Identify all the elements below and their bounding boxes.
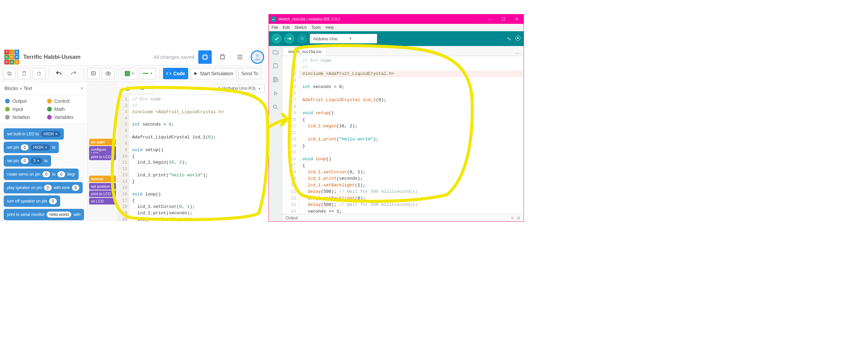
minimize-button[interactable]: ─ [483,14,497,24]
on-start-block[interactable]: on start [89,139,116,145]
category-variables[interactable]: Variables [47,114,83,120]
svg-point-23 [107,72,109,74]
forever-block[interactable]: forever [89,176,116,182]
block-item[interactable]: set built-in LED to HIGH ▼ [4,128,64,140]
search-icon[interactable] [272,104,279,111]
titlebar[interactable]: ∞ sketch_nov16a | Arduino IDE 2.0.1 ─ ☐ … [269,14,524,24]
tab-sketch[interactable]: sketch_nov16a.ino [283,47,327,56]
boards-manager-icon[interactable] [272,62,279,70]
board-selector[interactable]: Arduino Uno ▼ [310,34,377,43]
svg-line-39 [276,108,278,110]
activity-bar [269,46,282,221]
menu-sketch[interactable]: Sketch [294,25,307,30]
category-math[interactable]: Math [47,106,83,112]
category-control[interactable]: Control [47,98,83,104]
menu-help[interactable]: Help [326,25,334,30]
debug-button[interactable] [297,34,307,44]
svg-rect-31 [274,64,278,68]
upload-button[interactable] [284,34,294,44]
tab-overflow-button[interactable]: ⋯ [512,51,524,56]
print-lcd-block-2[interactable]: print to LCD [89,190,116,197]
arduino-editor[interactable]: 1234567891011121314151617181920212223242… [282,56,524,214]
wire-color-picker[interactable]: ▼ [140,68,156,79]
fill-color-picker[interactable]: ▼ [122,68,137,79]
tinkercad-editor[interactable]: 1234567891011121314151617181920212223242… [118,95,268,222]
svg-point-27 [301,38,304,40]
code-mode-select[interactable]: Blocks + Text ▼ [0,81,87,95]
output-label: Output [286,216,298,220]
delete-button[interactable] [33,68,45,79]
tinkercad-body: Blocks + Text ▼ OutputControlInputMathNo… [0,81,268,222]
set-position-block[interactable]: set position o [89,183,116,190]
tinkercad-toolbar: ▼ ▼ Code Start Simulation Send To [0,65,268,81]
code-button-label: Code [174,71,185,76]
user-avatar[interactable] [251,51,264,64]
toggle-visibility-button[interactable] [102,68,115,79]
print-lcd-block[interactable]: print to LCD [89,154,116,160]
block-item[interactable]: print to serial monitor hello world with [4,209,84,220]
serial-monitor-icon[interactable]: ⦿ [515,35,521,42]
project-title[interactable]: Terrific Habbi-Uusam [23,54,81,61]
close-button[interactable]: ✕ [510,14,524,24]
components-view-button[interactable] [198,51,212,64]
menu-tools[interactable]: Tools [311,25,321,30]
mode-label: Blocks + Text [4,86,32,91]
code-lines[interactable]: // C++ code//#include <Adafruit_LiquidCr… [300,56,524,214]
on-lcd-block[interactable]: on LCD [89,198,116,204]
send-to-button[interactable]: Send To [238,68,261,79]
debug-icon[interactable] [272,90,279,98]
schematic-view-button[interactable] [216,51,229,64]
start-simulation-button[interactable]: Start Simulation [190,68,236,79]
svg-rect-34 [273,77,275,81]
arduino-toolbar: Arduino Uno ▼ ∿ ⦿ [269,31,524,46]
list-view-button[interactable] [233,51,247,64]
font-size-button[interactable]: AA▼ [137,82,154,94]
library-manager-icon[interactable] [272,76,279,84]
menu-edit[interactable]: Edit [283,25,290,30]
output-panel-header[interactable]: Output ≡ ⊘ [282,214,524,221]
board-name: Arduino Uno [313,36,337,41]
svg-marker-24 [194,72,197,75]
copy-button[interactable] [3,68,16,79]
sketchbook-icon[interactable] [272,49,279,57]
svg-rect-0 [203,55,207,59]
serial-plotter-icon[interactable]: ∿ [506,35,512,42]
arduino-ide-window: ∞ sketch_nov16a | Arduino IDE 2.0.1 ─ ☐ … [269,14,524,222]
output-menu-icon[interactable]: ≡ [511,216,514,220]
code-lines[interactable]: // C++ code//#include <Adafruit_LiquidCr… [129,95,250,222]
block-item[interactable]: play speaker on pin 0 with tone 6 [4,182,83,193]
line-gutter: 1234567891011121314151617181920212223242… [118,95,129,222]
svg-rect-9 [221,55,224,59]
block-item[interactable]: turn off speaker on pin 0 [4,195,60,207]
blocks-panel: Blocks + Text ▼ OutputControlInputMathNo… [0,81,88,222]
paste-button[interactable] [18,68,31,79]
output-clear-icon[interactable]: ⊘ [517,216,520,220]
block-item[interactable]: rotate servo on pin 0 to 0 degr [4,169,79,180]
arduino-body: sketch_nov16a.ino ⋯ 12345678910111213141… [269,46,524,221]
editor-group: sketch_nov16a.ino ⋯ 12345678910111213141… [282,46,524,221]
window-controls: ─ ☐ ✕ [483,14,524,24]
block-palette[interactable]: set built-in LED to HIGH ▼set pin 0 HIGH… [0,124,87,222]
code-button[interactable]: Code [163,68,188,79]
whitespace [0,0,268,49]
category-output[interactable]: Output [5,98,41,104]
sim-button-label: Start Simulation [200,71,233,76]
tinkercad-code-panel: AA▼ 1 (Arduino Uno R3) ▼ 123456789101112… [118,81,268,222]
undo-button[interactable] [53,68,65,79]
block-item[interactable]: set pin 0 HIGH ▼ to [4,142,59,153]
redo-button[interactable] [67,68,80,79]
tinkercad-logo[interactable]: TINKERCAD [4,50,19,64]
svg-rect-17 [8,71,10,74]
line-gutter: 1234567891011121314151617181920212223242… [282,56,300,214]
svg-line-36 [277,78,278,82]
category-input[interactable]: Input [5,106,41,112]
menu-file[interactable]: File [272,25,278,30]
script-canvas[interactable]: on start configure LCD print to LCD fore… [88,81,118,222]
maximize-button[interactable]: ☐ [497,14,510,24]
board-select[interactable]: 1 (Arduino Uno R3) ▼ [214,84,265,92]
download-code-button[interactable] [121,82,134,94]
notes-button[interactable] [87,68,100,79]
block-item[interactable]: set pin 0 3 ▼ to [4,155,51,167]
verify-button[interactable] [272,34,282,44]
category-notation[interactable]: Notation [5,114,41,120]
